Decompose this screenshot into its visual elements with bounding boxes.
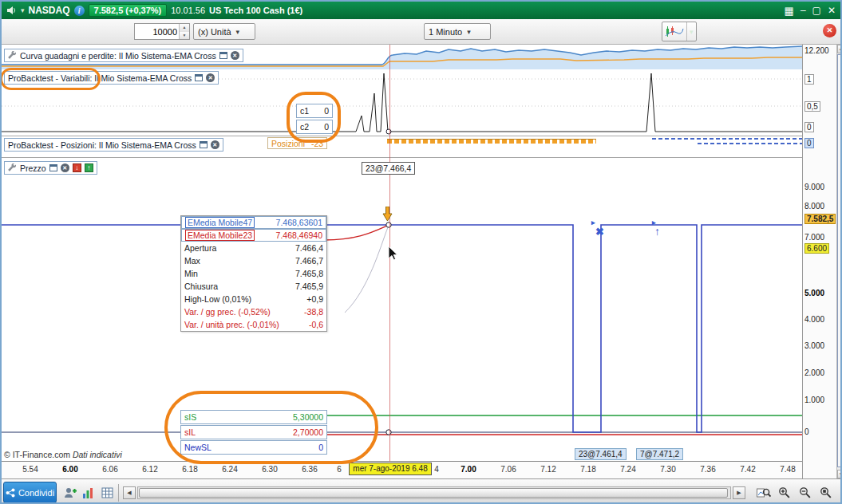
spinner-down-icon[interactable]: ▼ [180,32,189,40]
vertical-scrollbar-thumb[interactable] [837,54,842,467]
horizontal-scrollbar[interactable] [137,486,731,499]
close-panel-icon[interactable]: ✕ [206,73,215,82]
plot-area[interactable]: Curva guadagni e perdite: Il Mio Sistema… [2,45,802,478]
volume-icon[interactable] [6,6,17,15]
position-label: 23@7.461,4 [575,448,627,460]
quantity-input[interactable] [135,27,179,37]
posizioni-panel-title: ProBacktest - Posizioni: Il Mio Sistema-… [8,140,196,150]
share-button[interactable]: Condividi [3,482,57,503]
equity-panel-title-chip[interactable]: Curva guadagni e perdite: Il Mio Sistema… [4,49,243,62]
workspace-grid-icon[interactable]: ▦ [785,5,794,17]
ema23-label: EMedia Mobile23 [185,230,255,241]
close-panel-icon[interactable]: ✕ [211,140,219,149]
volume-dropdown-icon[interactable]: ▾ [21,6,25,14]
close-panel-icon[interactable]: ✕ [231,51,239,60]
sell-button[interactable]: ↓ [73,163,81,172]
equity-panel: Curva guadagni e perdite: Il Mio Sistema… [2,45,802,69]
time-axis[interactable]: 5.54 6.00 6.06 6.12 6.18 6.24 6.30 6.36 … [2,462,802,478]
detach-window-icon[interactable] [195,74,203,81]
copyright-text: © IT-Finance.com [4,450,70,459]
wrench-icon[interactable] [8,51,17,60]
tooltip-row-ema47: EMedia Mobile47 7.468,63601 [181,216,326,229]
toolbar-divider [118,484,119,502]
zoom-selection-button[interactable] [755,482,773,503]
timeframe-select-value: 1 Minuto [429,27,462,37]
zoom-out-button[interactable] [797,482,814,503]
title-bar: ▾ NASDAQ i 7.582,5 (+0,37%) 10.01.56 US … [2,2,840,19]
time-label: 6.18 [179,465,201,474]
tooltip-row-ema23: EMedia Mobile23 7.468,46940 [181,229,326,242]
variabili-panel-title: ProBacktest - Variabili: Il Mio Sistema-… [8,73,192,83]
data-provider-note: © IT-Finance.com Dati indicativi [4,450,122,459]
chart-type-icon[interactable] [662,22,686,41]
scroll-down-icon[interactable]: ▼ [837,470,842,478]
time-label: 7.18 [577,465,599,474]
time-label: 6.12 [139,465,161,474]
sil-label: sIL [184,427,196,437]
tooltip-row-var-day: Var. / gg prec. (-0,52%) -38,8 [181,305,326,318]
time-label: 7.12 [537,465,559,474]
time-label: 4 [431,465,442,474]
spinner-up-icon[interactable]: ▲ [180,24,189,32]
detach-window-icon[interactable] [219,52,227,59]
level-price-label: 6.600 [804,243,829,254]
open-label: Apertura [184,243,216,253]
close-chart-icon[interactable]: ✕ [823,24,836,37]
positions-dashed-line [698,143,802,144]
quantity-spinner[interactable]: ▲ ▼ [179,24,189,39]
variabili-panel-title-chip[interactable]: ProBacktest - Variabili: Il Mio Sistema-… [4,71,219,85]
tooltip-row-open: Apertura 7.466,4 [181,242,326,254]
prezzo-panel-title-chip[interactable]: Prezzo ✕ ↓ ↑ [4,161,97,175]
minimize-button[interactable]: – [800,6,806,15]
variable-c1-label: c1 [300,106,309,116]
statistics-button[interactable] [80,482,97,503]
variabili-axis-label: 0,5 [804,101,820,112]
time-label: 5.54 [19,465,42,474]
maximize-button[interactable]: ▢ [812,6,821,15]
price-axis-label: 5.000 [804,289,824,297]
var-day-label: Var. / gg prec. (-0,52%) [184,307,271,317]
posizioni-label: Posizioni [271,139,305,148]
trading-platform-window: ▾ NASDAQ i 7.582,5 (+0,37%) 10.01.56 US … [0,0,842,504]
info-icon[interactable]: i [74,6,85,16]
mouse-cursor [388,246,398,261]
close-value: 7.465,9 [295,282,323,291]
scroll-left-button[interactable]: ◀ [123,486,136,499]
symbol-name: NASDAQ [29,5,70,16]
zoom-in-button[interactable] [776,482,793,503]
share-icon [6,488,15,498]
posizioni-panel-title-chip[interactable]: ProBacktest - Posizioni: Il Mio Sistema-… [4,138,223,152]
time-label: 6 [334,465,345,474]
price-axis-label: 9.000 [804,183,824,191]
horizontal-scrollbar-thumb[interactable] [139,488,728,498]
detach-window-icon[interactable] [200,141,208,148]
close-panel-icon[interactable]: ✕ [61,163,69,172]
bottom-toolbar: Condividi ◀ ▶ [2,478,840,504]
chart-type-button[interactable]: ▾ [662,22,697,41]
time-label: 6.00 [59,465,81,474]
unit-select[interactable]: (x) Unità ▾ [193,23,255,40]
chart-toolbar: ▲ ▼ (x) Unità ▾ 1 Minuto ▾ ▾ ✕ [2,19,840,45]
variabili-axis-label: 0 [804,122,814,132]
indicator-row-newsl: NewSL 0 [180,440,327,455]
table-view-button[interactable] [99,482,117,503]
quantity-stepper[interactable]: ▲ ▼ [134,23,190,40]
vertical-scrollbar[interactable]: ▲ ▼ [836,45,842,478]
price-axis-label: 4.000 [804,315,824,324]
var-day-value: -38,8 [304,307,323,317]
price-axis[interactable]: 12.200 1 0,5 0 0 9.000 8.000 7.582,5 7.0… [802,45,836,478]
scroll-right-button[interactable]: ▶ [733,486,745,499]
scroll-up-icon[interactable]: ▲ [837,45,842,53]
sil-value: 2,70000 [293,427,323,437]
detach-window-icon[interactable] [49,164,57,171]
add-contact-button[interactable] [61,482,78,503]
close-button[interactable]: ✕ [828,6,836,15]
timeframe-select[interactable]: 1 Minuto ▾ [424,23,491,40]
zoom-reset-button[interactable] [817,482,835,503]
newsl-label: NewSL [184,443,211,452]
chart-type-chevron-icon[interactable]: ▾ [686,22,696,41]
tooltip-row-highlow: High-Low (0,01%) +0,9 [181,293,326,305]
highlow-value: +0,9 [306,294,323,304]
wrench-icon[interactable] [8,163,17,172]
buy-button[interactable]: ↑ [85,163,93,172]
